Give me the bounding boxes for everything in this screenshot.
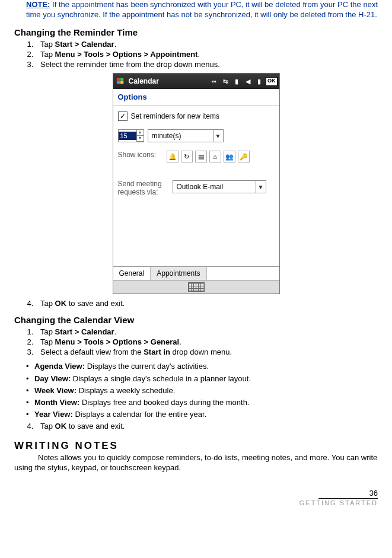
volume-icon[interactable]: ◀ — [243, 76, 253, 86]
private-icon[interactable]: 🔑 — [238, 151, 250, 162]
show-icons-label: Show icons: — [118, 151, 163, 159]
svg-rect-1 — [120, 78, 123, 81]
calview-step-4: Tap OK to save and exit. — [36, 422, 378, 432]
footer: 36 Getting Started — [14, 489, 378, 506]
view-bullets: Agenda View: Displays the current day's … — [14, 361, 378, 420]
tab-appointments[interactable]: Appointments — [151, 267, 206, 280]
note-label: NOTE: — [26, 0, 50, 9]
svg-rect-2 — [116, 81, 119, 84]
attendee-icon[interactable]: 👥 — [224, 151, 235, 162]
reminder-unit-value: minute(s) — [152, 132, 181, 140]
recur-icon[interactable]: ↻ — [181, 151, 193, 162]
calview-step-1: Tap Start > Calendar. — [36, 327, 378, 337]
reminder-heading: Changing the Reminder Time — [14, 27, 378, 37]
reminders-label: Set reminders for new items — [131, 112, 219, 120]
reminder-step-3: Select the reminder time from the drop d… — [36, 60, 378, 70]
reminder-step-4: Tap OK to save and exit. — [36, 299, 378, 309]
note-icon[interactable]: ▤ — [195, 151, 207, 162]
reminder-steps-cont: Tap OK to save and exit. — [14, 299, 378, 309]
chevron-down-icon: ▼ — [213, 130, 223, 142]
bullet-day: Day View: Displays a single day's schedu… — [34, 373, 378, 385]
start-icon[interactable] — [115, 76, 126, 87]
bullet-year: Year View: Displays a calendar for the e… — [34, 409, 378, 420]
calview-heading: Changing the Calendar View — [14, 315, 378, 325]
app-title: Calendar — [129, 77, 159, 85]
send-via-label: Send meeting requests via: — [118, 180, 169, 196]
keyboard-icon[interactable] — [188, 282, 205, 292]
reminder-unit-combo[interactable]: minute(s) ▼ — [148, 129, 224, 142]
footer-section: Getting Started — [14, 499, 378, 506]
reminders-checkbox[interactable]: ✓ — [118, 111, 128, 121]
device-screenshot: Calendar ▪▪ ↹ ▮ ◀ ▮ OK Options ✓ Set rem… — [113, 73, 280, 294]
writing-heading: Writing Notes — [14, 440, 378, 452]
ok-button[interactable]: OK — [266, 77, 278, 86]
tab-general[interactable]: General — [113, 267, 151, 280]
reminder-step-2: Tap Menu > Tools > Options > Appointment… — [36, 50, 378, 60]
note-block: NOTE: If the appointment has been synchr… — [14, 0, 378, 20]
network-icon[interactable]: ▪▪ — [209, 76, 219, 86]
send-via-value: Outlook E-mail — [177, 183, 224, 191]
reminder-value: 15 — [119, 132, 136, 140]
bullet-week: Week View: Displays a weekly schedule. — [34, 385, 378, 397]
svg-rect-3 — [120, 81, 123, 84]
location-icon[interactable]: ⌂ — [209, 151, 221, 162]
writing-para: Notes allows you to quickly compose remi… — [14, 453, 378, 473]
tabs: General Appointments — [113, 266, 279, 280]
bullet-month: Month View: Displays free and booked day… — [34, 397, 378, 409]
titlebar: Calendar ▪▪ ↹ ▮ ◀ ▮ OK — [113, 74, 279, 89]
note-text: If the appointment has been synchronized… — [26, 0, 378, 19]
signal-icon[interactable]: ▮ — [232, 76, 241, 86]
send-via-combo[interactable]: Outlook E-mail ▼ — [173, 180, 266, 193]
reminder-step-1: Tap Start > Calendar. — [36, 40, 378, 50]
spin-buttons[interactable]: ▲▼ — [136, 130, 144, 142]
connection-icon[interactable]: ↹ — [221, 76, 230, 86]
chevron-down-icon: ▼ — [256, 181, 266, 193]
calview-step-3: Select a default view from the Start in … — [36, 347, 378, 358]
page-number: 36 — [14, 489, 378, 498]
reminder-steps: Tap Start > Calendar. Tap Menu > Tools >… — [14, 40, 378, 70]
reminder-value-stepper[interactable]: 15 ▲▼ — [118, 129, 144, 142]
sip-bar — [113, 280, 279, 294]
options-header: Options — [113, 89, 279, 106]
calview-steps: Tap Start > Calendar. Tap Menu > Tools >… — [14, 327, 378, 358]
bullet-agenda: Agenda View: Displays the current day's … — [34, 361, 378, 372]
bell-icon[interactable]: 🔔 — [167, 151, 179, 162]
battery-icon[interactable]: ▮ — [254, 76, 264, 86]
svg-rect-0 — [116, 78, 119, 81]
calview-steps-cont: Tap OK to save and exit. — [14, 422, 378, 432]
calview-step-2: Tap Menu > Tools > Options > General. — [36, 337, 378, 347]
